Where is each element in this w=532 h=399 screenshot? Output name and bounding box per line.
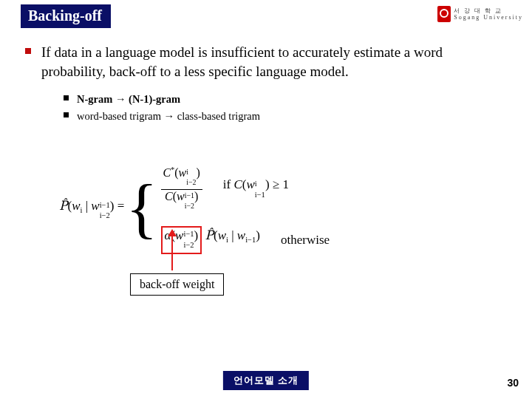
slide-body: If data in a language model is insuffici… — [25, 43, 502, 126]
c1d-w: w — [177, 190, 185, 202]
lhs-sup: i−1 — [100, 202, 110, 208]
equation-block: P̂(wi | wi−1i−2) = { C*(wii−2) C(wi−1i−2… — [59, 166, 473, 254]
lhs-w: w — [72, 199, 80, 213]
c2p-im1: i−1 — [245, 236, 256, 244]
cond1-w: w — [246, 177, 254, 191]
sub1-right: (N-1)-gram — [129, 93, 180, 105]
c2p-w: w — [218, 228, 226, 242]
c2p-bar: | — [228, 228, 237, 242]
cond1-C: C — [233, 177, 242, 191]
c1n-c: ) — [196, 166, 200, 179]
callout-arrow-icon — [171, 231, 173, 270]
c1d-c: ) — [194, 190, 198, 202]
alpha-redbox: α(wi−1i−2) — [161, 226, 202, 254]
lhs-sub: i−2 — [100, 212, 110, 219]
cond1-if: if — [223, 177, 234, 191]
sub-bullet-2: word-based trigram → class-based trigram — [64, 108, 502, 125]
sub-bullet-1: N-gram → (N-1)-gram — [64, 91, 502, 108]
lhs-bar: | — [82, 199, 91, 213]
main-bullet: If data in a language model is insuffici… — [25, 43, 502, 126]
c2a-sup: i−1 — [183, 231, 194, 237]
footer-title: 언어모델 소개 — [223, 371, 309, 390]
equation-cases: C*(wii−2) C(wi−1i−2) if C(wii−1) ≥ 1 α(w… — [161, 166, 330, 254]
case1-fraction: C*(wii−2) C(wi−1i−2) — [161, 166, 202, 213]
c2p-w2: w — [237, 228, 245, 242]
cond1-sub: i−1 — [255, 191, 265, 198]
c1d-sup: i−1 — [185, 193, 194, 200]
c2-P: P̂ — [205, 228, 214, 242]
c2p-c: ) — [256, 228, 260, 242]
logo-line2: Sogang University — [454, 14, 523, 21]
equation-lhs: P̂(wi | wi−1i−2) = — [59, 198, 124, 222]
lhs-close: ) = — [110, 199, 125, 213]
c1n-w: w — [178, 166, 186, 179]
brace-icon: { — [124, 175, 160, 242]
university-logo: 서 강 대 학 교 Sogang University — [437, 6, 523, 22]
cond1-sup: i — [255, 180, 265, 187]
page-number: 30 — [507, 377, 519, 389]
logo-badge-icon — [437, 6, 451, 22]
c1n-sup: i — [186, 169, 196, 176]
logo-line1: 서 강 대 학 교 — [454, 7, 523, 14]
lhs-w2: w — [91, 199, 99, 213]
c1d-sub: i−2 — [185, 203, 194, 210]
condition-1: if C(wii−1) ≥ 1 — [223, 177, 289, 201]
c2a-c: ) — [194, 228, 199, 242]
sub1-left: N-gram — [77, 93, 112, 105]
case-2: α(wi−1i−2) P̂(wi | wi−1) otherwise — [161, 226, 330, 254]
logo-text: 서 강 대 학 교 Sogang University — [454, 7, 523, 21]
arrow-icon: → — [115, 93, 126, 105]
c1d-C: C — [165, 190, 173, 202]
backoff-weight-label: back-off weight — [130, 273, 224, 296]
c1n-sub: i−2 — [186, 180, 196, 186]
slide-title: Backing-off — [21, 4, 111, 28]
case-1: C*(wii−2) C(wi−1i−2) if C(wii−1) ≥ 1 — [161, 166, 330, 213]
c2a-sub: i−2 — [183, 242, 194, 248]
condition-2: otherwise — [281, 233, 330, 248]
main-bullet-text: If data in a language model is insuffici… — [41, 44, 443, 79]
cond1-c: ) ≥ 1 — [265, 177, 289, 191]
c1n-C: C — [163, 166, 171, 179]
lhs-P: P̂ — [59, 199, 67, 213]
